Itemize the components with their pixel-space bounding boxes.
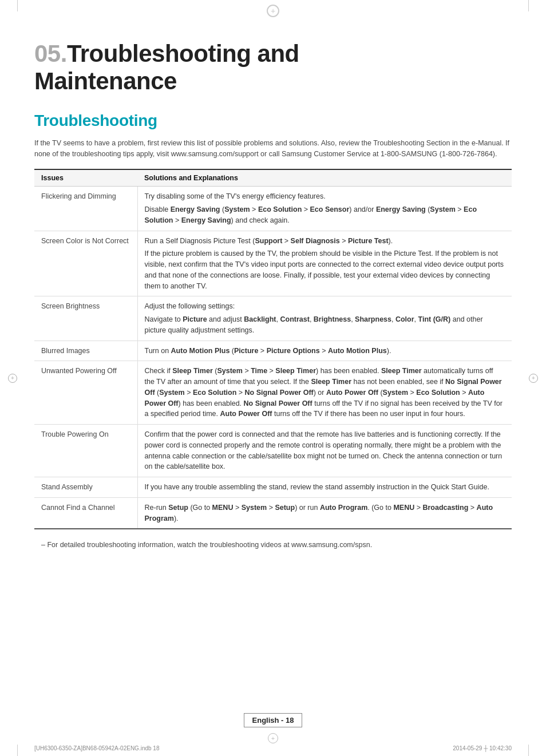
chapter-title: 05.Troubleshooting andMaintenance	[34, 40, 512, 96]
solution-block: If the picture problem is caused by the …	[145, 248, 505, 291]
intro-paragraph: If the TV seems to have a problem, first…	[34, 138, 512, 160]
page-container: 05.Troubleshooting andMaintenance Troubl…	[0, 0, 546, 756]
top-circle-mark	[267, 5, 279, 17]
right-circle-mark	[529, 374, 538, 383]
solution-cell: Check if Sleep Timer (System > Time > Sl…	[137, 361, 512, 425]
issue-cell: Screen Color is Not Correct	[34, 231, 137, 296]
footer-file-info: [UH6300-6350-ZA]BN68-05942A-02ENG.indb 1…	[34, 745, 159, 751]
bottom-circle-mark: +	[268, 733, 278, 743]
table-row: Stand Assembly If you have any trouble a…	[34, 477, 512, 498]
solution-block: Check if Sleep Timer (System > Time > Sl…	[145, 366, 505, 419]
solution-cell: Turn on Auto Motion Plus (Picture > Pict…	[137, 341, 512, 361]
solution-block: Re-run Setup (Go to MENU > System > Setu…	[145, 502, 505, 524]
chapter-title-text: Troubleshooting andMaintenance	[34, 40, 299, 94]
issue-cell: Flickering and Dimming	[34, 187, 137, 231]
table-row: Screen Brightness Adjust the following s…	[34, 296, 512, 341]
issue-cell: Cannot Find a Channel	[34, 497, 137, 529]
col-header-issues: Issues	[34, 169, 137, 187]
table-row: Flickering and Dimming Try disabling som…	[34, 187, 512, 231]
solution-block: Navigate to Picture and adjust Backlight…	[145, 314, 505, 336]
issue-cell: Stand Assembly	[34, 477, 137, 498]
note-line: For detailed troubleshooting information…	[34, 540, 512, 551]
solution-block: If you have any trouble assembling the s…	[145, 482, 505, 493]
issue-cell: Screen Brightness	[34, 296, 137, 341]
solution-cell: If you have any trouble assembling the s…	[137, 477, 512, 498]
issue-cell: Trouble Powering On	[34, 425, 137, 477]
issue-cell: Unwanted Powering Off	[34, 361, 137, 425]
solution-cell: Confirm that the power cord is connected…	[137, 425, 512, 477]
footer-badge-area: English - 18	[0, 713, 546, 727]
chapter-num: 05.	[34, 40, 67, 67]
margin-mark-left-top	[17, 0, 18, 11]
solution-cell: Adjust the following settings: Navigate …	[137, 296, 512, 341]
footer-date-info: 2014-05-29 ┼ 10:42:30	[453, 745, 512, 751]
solution-block: Confirm that the power cord is connected…	[145, 429, 505, 472]
left-circle-mark	[8, 374, 17, 383]
solution-block: Run a Self Diagnosis Picture Test (Suppo…	[145, 236, 505, 247]
solution-cell: Re-run Setup (Go to MENU > System > Setu…	[137, 497, 512, 529]
table-row: Cannot Find a Channel Re-run Setup (Go t…	[34, 497, 512, 529]
issues-table: Issues Solutions and Explanations Flicke…	[34, 169, 512, 529]
table-row: Blurred Images Turn on Auto Motion Plus …	[34, 341, 512, 361]
solution-block: Try disabling some of the TV's energy ef…	[145, 191, 505, 202]
table-row: Screen Color is Not Correct Run a Self D…	[34, 231, 512, 296]
col-header-solutions: Solutions and Explanations	[137, 169, 512, 187]
english-badge: English - 18	[244, 713, 303, 727]
solution-cell: Run a Self Diagnosis Picture Test (Suppo…	[137, 231, 512, 296]
margin-mark-left-bottom	[17, 745, 18, 756]
margin-mark-right-bottom	[528, 745, 529, 756]
section-title: Troubleshooting	[34, 112, 512, 130]
margin-mark-right-top	[528, 0, 529, 11]
table-row: Unwanted Powering Off Check if Sleep Tim…	[34, 361, 512, 425]
solution-block: Disable Energy Saving (System > Eco Solu…	[145, 204, 505, 226]
solution-block: Adjust the following settings:	[145, 301, 505, 312]
issue-cell: Blurred Images	[34, 341, 137, 361]
solution-block: Turn on Auto Motion Plus (Picture > Pict…	[145, 346, 505, 357]
solution-cell: Try disabling some of the TV's energy ef…	[137, 187, 512, 231]
table-row: Trouble Powering On Confirm that the pow…	[34, 425, 512, 477]
